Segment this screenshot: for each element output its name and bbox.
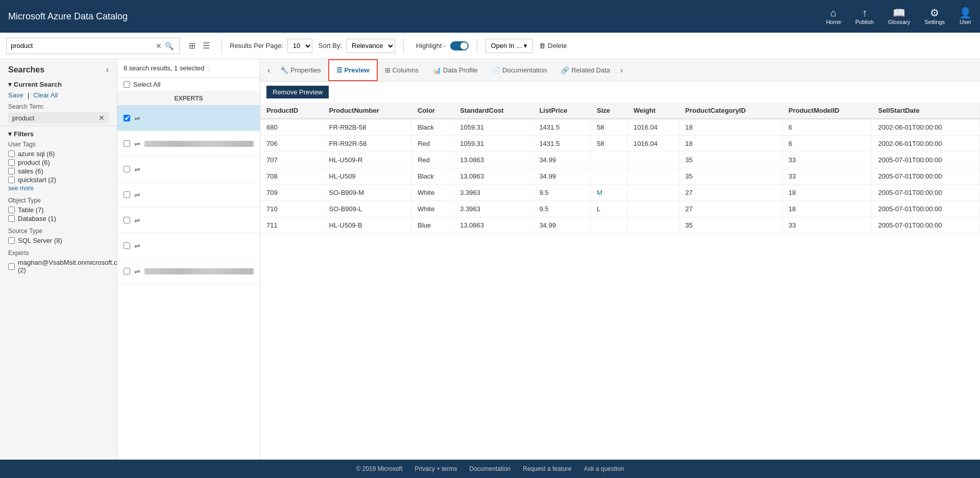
select-all-checkbox[interactable]	[124, 81, 130, 88]
search-clear-button[interactable]: ✕	[154, 42, 163, 50]
search-box: ✕ 🔍	[6, 38, 180, 54]
glossary-icon: 📖	[893, 8, 905, 18]
tab-documentation[interactable]: 📄 Documentation	[485, 59, 554, 81]
tab-related-data[interactable]: 🔗 Related Data	[554, 59, 617, 81]
tab-preview[interactable]: ☰ Preview	[328, 59, 378, 81]
table-cell: Blue	[411, 217, 454, 234]
table-cell: 1059.31	[454, 119, 533, 136]
nav-user[interactable]: 👤 User	[959, 8, 972, 25]
tab-data-profile[interactable]: 📊 Data Profile	[426, 59, 485, 81]
nav-settings[interactable]: ⚙ Settings	[924, 8, 945, 25]
preview-icon: ☰	[336, 66, 342, 74]
result-item-checkbox[interactable]	[124, 166, 130, 172]
chevron-down-icon-filters: ▾	[8, 130, 12, 138]
filter-database[interactable]: Database (1)	[8, 215, 109, 222]
filter-expert-checkbox[interactable]	[8, 263, 15, 270]
result-item-name	[144, 268, 254, 274]
remove-search-term-button[interactable]: ✕	[99, 114, 105, 122]
remove-preview-bar: Remove Preview	[260, 82, 980, 103]
result-item[interactable]: ⇌	[117, 106, 260, 131]
table-cell: Black	[411, 119, 454, 136]
filter-table-checkbox[interactable]	[8, 207, 15, 213]
result-item-checkbox[interactable]	[124, 115, 130, 121]
nav-home[interactable]: ⌂ Home	[826, 8, 841, 25]
tab-scroll-right-button[interactable]: ›	[617, 66, 626, 75]
table-row: 707HL-U509-RRed13.086334.9935332005-07-0…	[260, 152, 980, 168]
filter-azure-sql-checkbox[interactable]	[8, 150, 15, 157]
remove-preview-button[interactable]: Remove Preview	[266, 86, 329, 98]
result-item[interactable]: ⇌	[117, 131, 260, 157]
current-search-label: ▾ Current Search	[8, 81, 109, 88]
result-item[interactable]: ⇌	[117, 208, 260, 233]
filter-product-checkbox[interactable]	[8, 159, 15, 166]
settings-icon: ⚙	[930, 8, 939, 18]
delete-button[interactable]: 🗑 Delete	[539, 42, 567, 49]
result-item[interactable]: ⇌	[117, 259, 260, 284]
filter-database-checkbox[interactable]	[8, 215, 15, 222]
sidebar-header: Searches ‹	[0, 65, 117, 79]
table-cell: 2005-07-01T00:00:00	[872, 185, 980, 201]
nav-glossary[interactable]: 📖 Glossary	[888, 8, 910, 25]
nav-publish[interactable]: ↑ Publish	[855, 8, 874, 25]
save-link[interactable]: Save	[8, 91, 23, 99]
result-item-icon: ⇌	[134, 267, 140, 275]
results-per-page-select[interactable]: 10 25 50	[287, 39, 312, 53]
footer-request-link[interactable]: Request a feature	[523, 465, 571, 472]
result-item-checkbox[interactable]	[124, 140, 130, 147]
table-cell: 711	[260, 217, 323, 234]
user-tags-group: User Tags azure sql (6) product (6) sale…	[8, 141, 109, 192]
clear-all-link[interactable]: Clear All	[33, 91, 58, 99]
filter-table[interactable]: Table (7)	[8, 206, 109, 214]
filter-quickstart[interactable]: quickstart (2)	[8, 176, 109, 184]
footer-documentation-link[interactable]: Documentation	[470, 465, 511, 472]
results-per-page-label: Results Per Page:	[230, 42, 283, 49]
search-input[interactable]	[11, 42, 154, 49]
table-row: 680FR-R92B-58Black1059.311431.5581016.04…	[260, 119, 980, 136]
filter-sql-server-checkbox[interactable]	[8, 237, 15, 244]
tab-scroll-left-button[interactable]: ‹	[264, 66, 273, 75]
search-term-label: Search Term:	[8, 103, 109, 110]
table-row: 709SO-B909-MWhite3.39639.5M27182005-07-0…	[260, 185, 980, 201]
filter-azure-sql[interactable]: azure sql (6)	[8, 150, 109, 158]
table-cell: 710	[260, 201, 323, 217]
filter-sales-checkbox[interactable]	[8, 168, 15, 174]
home-icon: ⌂	[830, 8, 837, 18]
see-more-link[interactable]: see more	[8, 185, 34, 192]
current-search-section: ▾ Current Search Save | Clear All Search…	[0, 79, 117, 125]
filter-sales[interactable]: sales (6)	[8, 167, 109, 175]
table-cell: 35	[679, 168, 782, 185]
results-count: 8 search results, 1 selected	[124, 64, 204, 72]
filter-sql-server[interactable]: SQL Server (8)	[8, 237, 109, 244]
result-item-checkbox[interactable]	[124, 242, 130, 249]
sort-by-select[interactable]: Relevance Name	[346, 39, 395, 53]
table-cell: 33	[782, 152, 872, 168]
footer-privacy-link[interactable]: Privacy + terms	[415, 465, 457, 472]
toolbar: ✕ 🔍 ⊞ ☰ Results Per Page: 10 25 50 Sort …	[0, 33, 980, 59]
open-in-button[interactable]: Open In ... ▾	[485, 39, 533, 53]
preview-table-container[interactable]: ProductID ProductNumber Color StandardCo…	[260, 103, 980, 460]
list-view-button[interactable]: ☰	[200, 39, 213, 53]
result-item[interactable]: ⇌	[117, 182, 260, 208]
tab-properties[interactable]: 🔧 Properties	[273, 59, 328, 81]
search-button[interactable]: 🔍	[163, 42, 175, 50]
filter-product[interactable]: product (6)	[8, 159, 109, 166]
col-color: Color	[411, 103, 454, 119]
grid-view-button[interactable]: ⊞	[186, 39, 199, 53]
filter-expert[interactable]: maghan@VsabMsit.onmicrosoft.com (2)	[8, 259, 109, 274]
filter-quickstart-checkbox[interactable]	[8, 177, 15, 183]
table-cell: FR-R92R-58	[323, 136, 411, 152]
table-cell: 58	[591, 136, 627, 152]
highlight-toggle[interactable]	[450, 41, 469, 51]
footer-ask-link[interactable]: Ask a question	[584, 465, 624, 472]
tab-columns[interactable]: ⊞ Columns	[378, 59, 426, 81]
col-list-price: ListPrice	[533, 103, 591, 119]
result-item-checkbox[interactable]	[124, 268, 130, 274]
result-item-checkbox[interactable]	[124, 217, 130, 223]
result-item[interactable]: ⇌	[117, 157, 260, 182]
sidebar: Searches ‹ ▾ Current Search Save | Clear…	[0, 59, 117, 460]
table-cell	[627, 185, 679, 201]
result-item-checkbox[interactable]	[124, 191, 130, 198]
sidebar-collapse-button[interactable]: ‹	[106, 65, 109, 74]
table-cell: 707	[260, 152, 323, 168]
result-item[interactable]: ⇌	[117, 233, 260, 259]
